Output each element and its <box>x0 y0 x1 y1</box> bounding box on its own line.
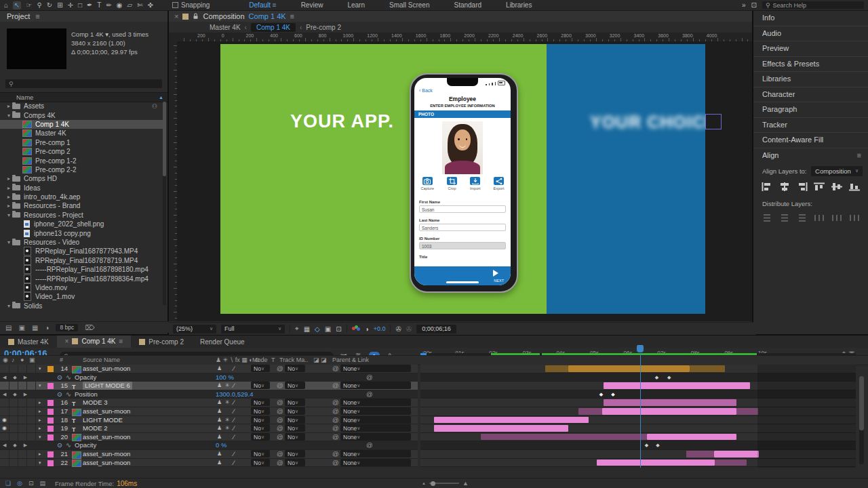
last-name-input[interactable]: Sanders <box>419 224 506 231</box>
twirl-icon[interactable]: ▾ <box>5 303 12 309</box>
project-tab[interactable]: Project <box>7 12 30 20</box>
expand-layer-switches-icon[interactable]: ❏ <box>5 480 11 487</box>
property-value[interactable]: 1300.0,529.4 <box>216 390 253 399</box>
capture-icon[interactable]: ⊡ <box>751 1 757 9</box>
layer-duration-bar[interactable] <box>604 382 750 389</box>
shy-icon[interactable]: ♟ <box>217 399 222 407</box>
track-matte-select[interactable]: No ∨ <box>285 416 305 424</box>
align-vertical-center-button[interactable] <box>831 182 842 194</box>
parent-pickwhip-icon[interactable]: @ <box>332 433 339 441</box>
keyframe-icon[interactable]: ◆ <box>667 375 672 380</box>
layer-graph-row[interactable]: ◆◆ <box>420 441 856 450</box>
hand-tool-icon[interactable]: ☞ <box>26 1 32 9</box>
panel-menu-icon[interactable]: ≡ <box>35 12 39 20</box>
workspace-review[interactable]: Review <box>289 1 336 9</box>
lock-icon[interactable] <box>193 13 199 20</box>
parent-pickwhip-icon[interactable]: @ <box>332 450 339 458</box>
label-chip[interactable] <box>47 460 54 466</box>
help-search-input[interactable]: ⚲ Search Help <box>762 1 864 9</box>
tab-menu-icon[interactable]: ≡ <box>119 338 123 345</box>
audio-toggle[interactable] <box>9 382 18 390</box>
t-column[interactable]: T <box>271 357 275 363</box>
solo-toggle[interactable] <box>18 365 27 373</box>
eye-icon[interactable]: ◉ <box>0 424 9 433</box>
workspace-standard[interactable]: Standard <box>441 1 494 9</box>
solo-toggle[interactable] <box>18 416 27 425</box>
layer-graph-row[interactable] <box>420 459 856 468</box>
selection-tool-icon[interactable]: ↖ <box>13 1 21 9</box>
tree-item[interactable]: iphone_2022_shell.png <box>0 220 163 228</box>
twirl-icon[interactable]: ▸ <box>5 203 12 209</box>
panel-tab-preview[interactable]: Preview <box>753 41 868 57</box>
tree-item[interactable]: Pre-comp 1 <box>0 138 163 147</box>
snapshot-camera-icon[interactable]: ✇ <box>395 325 401 333</box>
layer-graph-row[interactable]: ◆◆ <box>420 373 856 382</box>
audio-toggle[interactable] <box>9 433 18 442</box>
playhead-handle[interactable] <box>637 345 644 352</box>
import-button[interactable]: Import <box>470 177 481 190</box>
tree-item[interactable]: Video.mov <box>0 283 163 292</box>
pickwhip-icon[interactable]: @ <box>277 433 283 441</box>
shy-icon[interactable]: ♟ <box>217 416 222 424</box>
layer-name[interactable]: LIGHT MODE 6 <box>83 382 132 390</box>
layer-duration-bar[interactable] <box>434 417 589 424</box>
audio-toggle[interactable] <box>9 365 18 373</box>
label-chip[interactable] <box>47 400 54 406</box>
tree-item[interactable]: ▸ intro_outro_4k.aep <box>0 192 163 201</box>
layer-row[interactable]: ◉ ▸ 18 T LIGHT MODE ♟ ✳ ∕ No ∨ @ No ∨ @ … <box>0 416 418 425</box>
tree-item[interactable]: ▸ Ideas <box>0 184 163 192</box>
panel-tab-content-aware-fill[interactable]: Content-Aware Fill <box>753 133 868 148</box>
tree-item[interactable]: ▸ Assets <box>0 102 163 110</box>
pickwhip-icon[interactable]: @ <box>277 407 283 415</box>
pickwhip-icon[interactable]: @ <box>277 450 283 458</box>
tree-item[interactable]: Master 4K <box>0 129 163 138</box>
twirl-icon[interactable]: ▾ <box>39 433 41 441</box>
puppet-pin-tool-icon[interactable]: ✜ <box>148 1 153 9</box>
quality-icon[interactable]: ∕ <box>233 399 235 407</box>
layer-name[interactable]: asset_sun-moon <box>83 407 130 415</box>
layer-duration-bar[interactable] <box>604 399 736 406</box>
composition-viewport[interactable]: YOUR APP. YOUR CHOICE ‹ Back Employee EN… <box>177 41 752 321</box>
property-row[interactable]: ◀ ◆ ▶ ⊙ ∿ Position 1300.0,529.4 @ <box>0 390 418 399</box>
solo-toggle[interactable] <box>18 399 27 407</box>
eye-icon[interactable] <box>0 450 9 459</box>
pen-tool-icon[interactable]: ✒ <box>87 1 92 9</box>
name-column-header[interactable]: Name ▲ <box>0 92 167 102</box>
exposure-value[interactable]: +0.0 <box>374 325 386 332</box>
guides-icon[interactable]: ⊡ <box>336 325 341 333</box>
layer-selection-handle[interactable] <box>705 114 722 129</box>
tree-item[interactable]: Comp 1 4K <box>0 120 163 129</box>
pickwhip-icon[interactable]: @ <box>277 365 283 373</box>
parent-select[interactable]: None∨ <box>340 450 411 458</box>
expand-transfer-controls-icon[interactable]: ◎ <box>17 480 22 487</box>
twirl-icon[interactable]: ▾ <box>5 113 12 119</box>
property-name[interactable]: Position <box>75 390 98 399</box>
layer-row[interactable]: ▾ 15 T LIGHT MODE 6 ♟ ✳ ∕ No ∨ @ No ∨ @ … <box>0 382 418 390</box>
solo-toggle[interactable] <box>18 424 27 433</box>
pickwhip-icon[interactable]: @ <box>277 459 283 467</box>
parent-pickwhip-icon[interactable]: @ <box>332 459 339 467</box>
lock-toggle[interactable] <box>26 365 36 373</box>
align-left-button[interactable] <box>762 182 772 194</box>
layer-name[interactable]: asset_sun-moon <box>83 433 130 441</box>
layer-name[interactable]: asset_sun-moon <box>83 459 130 467</box>
timeline-tab-render-queue[interactable]: Render Queue <box>192 336 253 348</box>
region-of-interest-icon[interactable]: ▣ <box>325 325 331 333</box>
tree-item[interactable]: Pre-comp 2 <box>0 147 163 156</box>
show-snapshot-icon[interactable]: ✇ <box>406 325 412 333</box>
close-icon[interactable]: × <box>65 338 69 345</box>
track-matte-select[interactable]: No ∨ <box>285 459 305 466</box>
layer-graph-row[interactable] <box>420 399 856 407</box>
trash-icon[interactable]: ⌦ <box>85 324 94 331</box>
choose-grid-icon[interactable]: ⌖ <box>295 325 299 333</box>
layer-name[interactable]: MODE 2 <box>83 424 107 432</box>
source-name-column[interactable]: Source Name <box>83 357 120 363</box>
lock-toggle[interactable] <box>26 459 36 468</box>
shy-icon[interactable]: ♟ <box>217 407 222 415</box>
quality-icon[interactable]: ∕ <box>233 382 235 390</box>
transparency-grid-icon[interactable]: ▦ <box>304 325 310 333</box>
twirl-icon[interactable]: ▸ <box>39 399 41 407</box>
twirl-icon[interactable]: ▸ <box>5 176 12 182</box>
panel-tab-libraries[interactable]: Libraries <box>753 72 868 87</box>
keyframe-navigator[interactable]: ◀ ◆ ▶ <box>3 441 30 449</box>
